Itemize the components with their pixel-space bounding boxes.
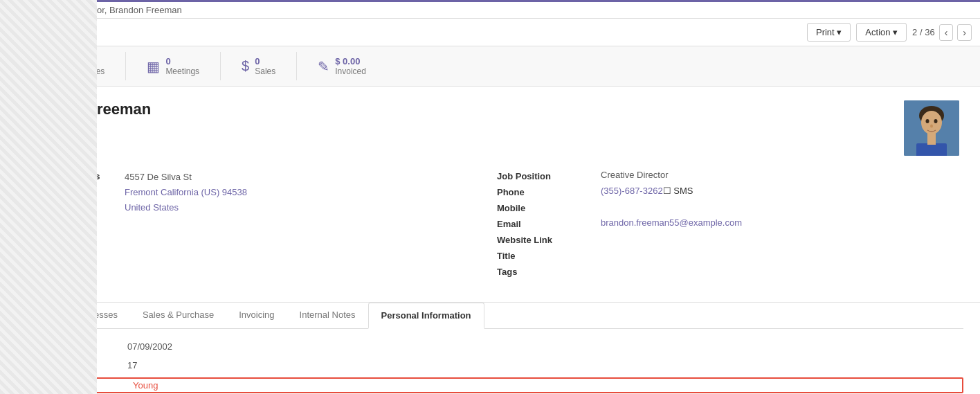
- pager-prev-button[interactable]: ‹: [939, 24, 954, 41]
- svg-rect-6: [916, 143, 947, 156]
- breadcrumb: Contacts / Azure Interior, Brandon Freem…: [8, 5, 972, 15]
- svg-point-4: [934, 119, 938, 123]
- contact-company: Azure Interior: [21, 121, 890, 132]
- personal-value: Young: [133, 380, 158, 391]
- header-section: Brandon Freeman Azure Interior: [0, 87, 980, 163]
- stat-count: $ 0.00: [335, 56, 366, 66]
- stat-item-sales[interactable]: $ 0 Sales: [221, 52, 297, 80]
- svg-rect-7: [927, 132, 936, 145]
- field-label: Email: [497, 217, 601, 229]
- svg-point-2: [921, 111, 942, 134]
- pager: 2 / 36 ‹ ›: [912, 24, 972, 41]
- tab-invoicing[interactable]: Invoicing: [226, 303, 287, 329]
- address-line-2: United States: [125, 200, 247, 215]
- tabs-list: Contacts & AddressesSales & PurchaseInvo…: [17, 303, 963, 329]
- action-bar: Edit Create Print ▾ Action ▾ 2 / 36 ‹ ›: [0, 19, 980, 46]
- field-row-job-position: Job Position Creative Director: [497, 170, 959, 181]
- record-area: ★ 0 Opportunities ▦ 0 Meetings $ 0 Sales…: [0, 46, 980, 394]
- field-row-mobile: Mobile: [497, 202, 959, 213]
- personal-field-birthdate: Birthdate 07/09/2002: [17, 340, 963, 353]
- stat-label: Meetings: [165, 66, 199, 76]
- stat-label: Invoiced: [335, 66, 366, 76]
- pager-next-button[interactable]: ›: [957, 24, 972, 41]
- pager-text: 2 / 36: [912, 27, 935, 37]
- breadcrumb-bar: Contacts / Azure Interior, Brandon Freem…: [0, 2, 980, 19]
- personal-value: 07/09/2002: [127, 341, 172, 352]
- stat-icon: ▦: [147, 58, 160, 75]
- stat-label: Sales: [255, 66, 275, 76]
- sms-link[interactable]: ☐ SMS: [663, 186, 693, 196]
- tab-content: Birthdate 07/09/2002 Age 17 Age Range Yo…: [17, 329, 963, 394]
- personal-field-age: Age 17: [17, 359, 963, 372]
- personal-value: 17: [127, 360, 137, 370]
- contact-name: Brandon Freeman: [21, 100, 890, 118]
- stat-icon: $: [242, 58, 249, 74]
- field-label: Mobile: [497, 202, 601, 213]
- stat-count: 0: [255, 56, 275, 66]
- field-row-tags: Tags: [497, 265, 959, 277]
- action-button[interactable]: Action ▾: [856, 23, 907, 42]
- stat-info: 0 Sales: [255, 56, 275, 76]
- avatar-image: [904, 100, 959, 156]
- sidebar-strip: [0, 0, 97, 394]
- stat-count: 0: [165, 56, 199, 66]
- field-row-email: Email brandon.freeman55@example.com: [497, 217, 959, 229]
- field-value: 4557 De Silva StFremont California (US) …: [125, 170, 247, 215]
- svg-point-3: [926, 119, 929, 123]
- field-label: Job Position: [497, 170, 601, 181]
- field-row-title: Title: [497, 249, 959, 261]
- address-line-0: 4557 De Silva St: [125, 170, 247, 185]
- field-label: Phone: [497, 186, 601, 197]
- right-fields: Job Position Creative Director Phone (35…: [497, 170, 959, 281]
- stats-row: ★ 0 Opportunities ▦ 0 Meetings $ 0 Sales…: [0, 46, 980, 87]
- personal-field-age-range: Age Range Young: [17, 377, 963, 393]
- svg-point-5: [930, 125, 933, 128]
- field-label: Tags: [497, 265, 601, 277]
- field-label: Website Link: [497, 233, 601, 245]
- address-line-1: Fremont California (US) 94538: [125, 185, 247, 200]
- phone-value[interactable]: (355)-687-3262: [601, 186, 663, 196]
- tab-notes[interactable]: Internal Notes: [287, 303, 368, 329]
- field-row-phone: Phone (355)-687-3262 ☐ SMS: [497, 186, 959, 197]
- field-value: Creative Director: [601, 170, 669, 180]
- stat-item-meetings[interactable]: ▦ 0 Meetings: [126, 52, 221, 80]
- stat-icon: ✎: [318, 58, 329, 75]
- avatar: [904, 100, 959, 156]
- field-value-link[interactable]: brandon.freeman55@example.com: [601, 217, 742, 228]
- tab-sales[interactable]: Sales & Purchase: [130, 303, 226, 329]
- tab-personal[interactable]: Personal Information: [368, 303, 484, 329]
- tabs-section: Contacts & AddressesSales & PurchaseInvo…: [0, 302, 980, 394]
- fields-section: Company Address 4557 De Silva StFremont …: [0, 163, 980, 288]
- header-info: Brandon Freeman Azure Interior: [21, 100, 890, 145]
- field-row-website-link: Website Link: [497, 233, 959, 245]
- stat-info: 0 Meetings: [165, 56, 199, 76]
- print-button[interactable]: Print ▾: [807, 23, 851, 42]
- field-label: Title: [497, 249, 601, 261]
- stat-item-invoiced[interactable]: ✎ $ 0.00 Invoiced: [297, 52, 387, 80]
- stat-info: $ 0.00 Invoiced: [335, 56, 366, 76]
